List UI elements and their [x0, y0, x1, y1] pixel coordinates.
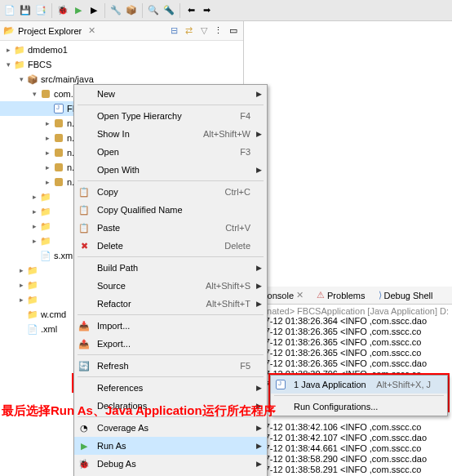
- menu-debug-as[interactable]: 🐞Debug As▶: [74, 455, 267, 473]
- tab-problems[interactable]: ⚠Problems: [313, 288, 368, 302]
- expand-icon[interactable]: ▸: [29, 193, 39, 201]
- menu-label: Open Type Hierarchy: [97, 111, 182, 121]
- expand-icon[interactable]: ▸: [16, 281, 26, 289]
- menu-copy[interactable]: 📋CopyCtrl+C: [74, 183, 267, 201]
- expand-icon[interactable]: ▸: [16, 266, 26, 274]
- menu-open-type-hierarchy[interactable]: Open Type HierarchyF4: [74, 107, 267, 125]
- tree-item[interactable]: ▾📁FBCS: [0, 57, 243, 72]
- shortcut-label: F4: [240, 111, 250, 121]
- explorer-close-icon[interactable]: ✕: [88, 25, 95, 36]
- folder-icon: 📁: [26, 278, 39, 291]
- expand-icon[interactable]: ▸: [42, 134, 52, 142]
- menu-open[interactable]: OpenF3: [74, 143, 267, 161]
- submenu-arrow-icon: ▶: [256, 166, 262, 174]
- tree-label: FBCS: [28, 60, 51, 69]
- menu-copy-qualified-name[interactable]: 📋Copy Qualified Name: [74, 201, 267, 219]
- nav-fwd-icon[interactable]: ➡: [200, 4, 213, 17]
- menu-export-[interactable]: 📤Export...: [74, 335, 267, 353]
- expand-icon[interactable]: ▸: [42, 149, 52, 157]
- expand-icon[interactable]: ▸: [29, 237, 39, 245]
- proj-icon: 📁: [13, 43, 26, 56]
- expand-icon[interactable]: ▸: [29, 207, 39, 216]
- nav-back-icon[interactable]: ⬅: [184, 4, 197, 17]
- menu-open-with[interactable]: Open With▶: [74, 161, 267, 179]
- import-icon: 📥: [78, 319, 91, 332]
- folder-icon: 📁: [39, 205, 52, 218]
- open-type-icon[interactable]: 🔍: [147, 4, 160, 17]
- menu-run-as[interactable]: ▶Run As▶: [74, 437, 267, 455]
- menu-delete[interactable]: ✖DeleteDelete: [74, 237, 267, 255]
- menu-label: Coverage As: [97, 423, 148, 433]
- menu-build-path[interactable]: Build Path▶: [74, 259, 267, 277]
- menu-import-[interactable]: 📥Import...: [74, 317, 267, 335]
- close-icon[interactable]: ✕: [296, 290, 304, 300]
- java-icon: J: [274, 378, 287, 391]
- menu-label: Copy Qualified Name: [97, 205, 183, 215]
- menu-refactor[interactable]: RefactorAlt+Shift+T▶: [74, 295, 267, 313]
- expand-icon[interactable]: ▾: [29, 90, 39, 98]
- tree-label: s.xml: [54, 251, 75, 260]
- shortcut-label: Ctrl+C: [225, 187, 250, 197]
- menu-show-in[interactable]: Show InAlt+Shift+W▶: [74, 125, 267, 143]
- submenu--java-application[interactable]: J1 Java ApplicationAlt+Shift+X, J: [271, 376, 447, 394]
- pkg-icon: [52, 117, 65, 130]
- menu-references[interactable]: References▶: [74, 379, 267, 397]
- tree-label: w.cmd: [41, 309, 66, 319]
- explorer-title: Project Explorer: [18, 26, 82, 36]
- debug-icon[interactable]: 🐞: [56, 4, 69, 17]
- log-line: 21-07-12 01:38:42.107 <INFO ,com.sscc.da…: [247, 433, 449, 443]
- run-last-icon[interactable]: ▶: [87, 4, 100, 17]
- expand-icon[interactable]: ▾: [16, 75, 26, 83]
- menu-label: Debug As: [97, 459, 136, 469]
- ext-tools-icon[interactable]: 🔧: [109, 4, 122, 17]
- tree-item[interactable]: ▸📁dmdemo1: [0, 42, 243, 57]
- expand-icon[interactable]: ▸: [16, 296, 26, 304]
- expand-icon[interactable]: ▸: [42, 178, 52, 186]
- copy-icon: 📋: [78, 203, 91, 216]
- runas-submenu: J1 Java ApplicationAlt+Shift+X, JRun Con…: [270, 375, 448, 416]
- expand-icon[interactable]: ▸: [3, 46, 13, 54]
- view-menu-icon[interactable]: ⋮: [212, 24, 225, 38]
- run-icon[interactable]: ▶: [72, 4, 85, 17]
- menu-label: Delete: [97, 241, 123, 251]
- minimize-icon[interactable]: ▭: [227, 24, 240, 38]
- expand-icon[interactable]: ▸: [29, 222, 39, 230]
- submenu-run-configurations-[interactable]: Run Configurations...: [271, 398, 447, 416]
- link-editor-icon[interactable]: ⇄: [183, 24, 196, 38]
- new-package-icon[interactable]: 📦: [125, 4, 138, 17]
- expand-icon[interactable]: ▸: [42, 119, 52, 127]
- xml-icon: 📄: [39, 249, 52, 262]
- filter-icon[interactable]: ▽: [197, 24, 210, 38]
- tab-debug-shell[interactable]: ⟩Debug Shell: [375, 288, 436, 302]
- pkg-icon: [52, 146, 65, 159]
- expand-icon[interactable]: ▸: [42, 163, 52, 171]
- log-line: 21-07-12 01:38:26.365 <INFO ,com.sscc.co: [247, 348, 449, 358]
- folder-icon: 📁: [39, 234, 52, 247]
- menu-paste[interactable]: 📋PasteCtrl+V: [74, 219, 267, 237]
- search-icon[interactable]: 🔦: [162, 4, 175, 17]
- menu-restore-from-local-history-[interactable]: Restore from Local History...: [74, 473, 267, 476]
- pkg-icon: [52, 161, 65, 174]
- console-status: terminated> FBCSApplication [Java Applic…: [247, 306, 449, 316]
- save-all-icon[interactable]: 📑: [34, 4, 47, 17]
- new-icon[interactable]: 📄: [3, 4, 16, 17]
- menu-coverage-as[interactable]: ◔Coverage As▶: [74, 419, 267, 437]
- pkg-icon: [52, 131, 65, 145]
- shortcut-label: Alt+Shift+S: [206, 281, 250, 291]
- submenu-label: Run Configurations...: [294, 402, 378, 411]
- save-icon[interactable]: 💾: [19, 4, 32, 17]
- menu-source[interactable]: SourceAlt+Shift+S▶: [74, 277, 267, 295]
- menu-declarations[interactable]: Declarations▶: [74, 397, 267, 415]
- file-icon: 📁: [26, 308, 39, 321]
- submenu-arrow-icon: ▶: [256, 442, 262, 450]
- menu-refresh[interactable]: 🔄RefreshF5: [74, 357, 267, 375]
- collapse-all-icon[interactable]: ⊟: [168, 24, 181, 38]
- expand-icon[interactable]: ▾: [3, 60, 13, 69]
- log-line: 21-07-12 01:38:26.364 <INFO ,com.sscc.da…: [247, 316, 449, 327]
- folder-icon: 📁: [26, 264, 39, 277]
- menu-new[interactable]: New▶: [74, 85, 267, 103]
- pkg-icon: [52, 176, 65, 189]
- paste-icon: 📋: [78, 221, 91, 234]
- menu-label: Build Path: [97, 263, 138, 273]
- export-icon: 📤: [78, 337, 91, 350]
